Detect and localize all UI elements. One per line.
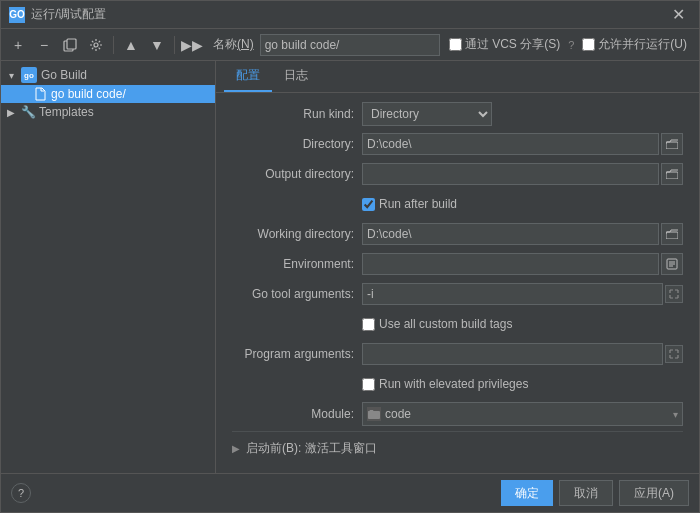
directory-row: Directory: bbox=[232, 131, 683, 157]
environment-input[interactable] bbox=[362, 253, 659, 275]
build-tags-value: Use all custom build tags bbox=[362, 317, 683, 331]
module-dropdown[interactable]: code ▾ bbox=[362, 402, 683, 426]
go-build-code-label: go build code/ bbox=[51, 87, 126, 101]
build-tags-checkbox-label[interactable]: Use all custom build tags bbox=[362, 317, 512, 331]
main-area: ▾ go Go Build go build code/ ▶ 🔧 Templat… bbox=[1, 61, 699, 473]
module-dropdown-arrow: ▾ bbox=[673, 409, 678, 420]
svg-rect-4 bbox=[666, 172, 678, 179]
environment-row: Environment: bbox=[232, 251, 683, 277]
tab-logs[interactable]: 日志 bbox=[272, 61, 320, 92]
before-launch-arrow: ▶ bbox=[232, 443, 240, 454]
svg-point-2 bbox=[94, 43, 98, 47]
build-tags-row: Use all custom build tags bbox=[232, 311, 683, 337]
apply-button[interactable]: 应用(A) bbox=[619, 480, 689, 506]
svg-rect-1 bbox=[67, 39, 76, 49]
sidebar: ▾ go Go Build go build code/ ▶ 🔧 Templat… bbox=[1, 61, 216, 473]
directory-value bbox=[362, 133, 683, 155]
name-row: 名称(N) bbox=[207, 34, 445, 56]
run-kind-label: Run kind: bbox=[232, 107, 362, 121]
output-directory-browse-button[interactable] bbox=[661, 163, 683, 185]
working-directory-row: Working directory: bbox=[232, 221, 683, 247]
close-button[interactable]: ✕ bbox=[666, 3, 691, 26]
run-after-build-label: Run after build bbox=[379, 197, 457, 211]
tree-item-templates[interactable]: ▶ 🔧 Templates bbox=[1, 103, 215, 121]
run-after-build-checkbox-label[interactable]: Run after build bbox=[362, 197, 457, 211]
program-args-label: Program arguments: bbox=[232, 347, 362, 361]
svg-rect-3 bbox=[666, 142, 678, 149]
move-down-button[interactable]: ▼ bbox=[146, 34, 168, 56]
elevated-privileges-checkbox[interactable] bbox=[362, 378, 375, 391]
elevated-privileges-row: Run with elevated privileges bbox=[232, 371, 683, 397]
working-directory-browse-button[interactable] bbox=[661, 223, 683, 245]
program-args-input[interactable] bbox=[362, 343, 663, 365]
environment-edit-button[interactable] bbox=[661, 253, 683, 275]
go-build-label: Go Build bbox=[41, 68, 87, 82]
program-args-value bbox=[362, 343, 683, 365]
content-area: 配置 日志 Run kind: Directory File Package bbox=[216, 61, 699, 473]
elevated-privileges-value: Run with elevated privileges bbox=[362, 377, 683, 391]
settings-config-button[interactable] bbox=[85, 34, 107, 56]
templates-label: Templates bbox=[39, 105, 94, 119]
tabs: 配置 日志 bbox=[216, 61, 699, 93]
parallel-run-label: 允许并行运行(U) bbox=[598, 36, 687, 53]
elevated-privileges-checkbox-label[interactable]: Run with elevated privileges bbox=[362, 377, 528, 391]
program-args-expand-button[interactable] bbox=[665, 345, 683, 363]
working-directory-input[interactable] bbox=[362, 223, 659, 245]
svg-rect-10 bbox=[368, 411, 380, 419]
tree-item-go-build[interactable]: ▾ go Go Build bbox=[1, 65, 215, 85]
go-file-icon bbox=[33, 87, 47, 101]
ok-button[interactable]: 确定 bbox=[501, 480, 553, 506]
tree-item-go-build-code[interactable]: go build code/ bbox=[1, 85, 215, 103]
directory-input[interactable] bbox=[362, 133, 659, 155]
build-tags-label: Use all custom build tags bbox=[379, 317, 512, 331]
module-folder-icon bbox=[367, 407, 381, 421]
environment-label: Environment: bbox=[232, 257, 362, 271]
vcs-share-label: 通过 VCS 分享(S) bbox=[465, 36, 560, 53]
run-after-build-checkbox[interactable] bbox=[362, 198, 375, 211]
go-icon: GO bbox=[9, 7, 25, 23]
tab-config[interactable]: 配置 bbox=[224, 61, 272, 92]
go-tool-args-label: Go tool arguments: bbox=[232, 287, 362, 301]
output-directory-value bbox=[362, 163, 683, 185]
move-up-button[interactable]: ▲ bbox=[120, 34, 142, 56]
remove-config-button[interactable]: − bbox=[33, 34, 55, 56]
go-tool-args-input[interactable] bbox=[362, 283, 663, 305]
module-value-text: code bbox=[385, 407, 411, 421]
module-value: code ▾ bbox=[362, 402, 683, 426]
name-label: 名称(N) bbox=[213, 36, 254, 53]
more-button[interactable]: ▶▶ bbox=[181, 34, 203, 56]
run-kind-select[interactable]: Directory File Package bbox=[362, 102, 492, 126]
module-row: Module: code ▾ bbox=[232, 401, 683, 427]
copy-config-button[interactable] bbox=[59, 34, 81, 56]
title-bar: GO 运行/调试配置 ✕ bbox=[1, 1, 699, 29]
config-name-input[interactable] bbox=[260, 34, 440, 56]
templates-icon: 🔧 bbox=[21, 105, 35, 119]
cancel-button[interactable]: 取消 bbox=[559, 480, 613, 506]
program-args-row: Program arguments: bbox=[232, 341, 683, 367]
toolbar: + − ▲ ▼ ▶▶ 名称(N) 通过 VCS 分享(S) bbox=[1, 29, 699, 61]
output-directory-row: Output directory: bbox=[232, 161, 683, 187]
run-after-build-value: Run after build bbox=[362, 197, 683, 211]
parallel-run-checkbox-label[interactable]: 允许并行运行(U) bbox=[582, 36, 687, 53]
environment-value bbox=[362, 253, 683, 275]
output-directory-input[interactable] bbox=[362, 163, 659, 185]
working-directory-label: Working directory: bbox=[232, 227, 362, 241]
directory-browse-button[interactable] bbox=[661, 133, 683, 155]
vcs-share-checkbox[interactable] bbox=[449, 38, 462, 51]
output-directory-label: Output directory: bbox=[232, 167, 362, 181]
add-config-button[interactable]: + bbox=[7, 34, 29, 56]
run-kind-row: Run kind: Directory File Package bbox=[232, 101, 683, 127]
before-launch-section[interactable]: ▶ 启动前(B): 激活工具窗口 bbox=[232, 431, 683, 461]
run-kind-value: Directory File Package bbox=[362, 102, 683, 126]
parallel-run-checkbox[interactable] bbox=[582, 38, 595, 51]
config-content: Run kind: Directory File Package Directo… bbox=[216, 93, 699, 473]
toolbar-separator-1 bbox=[113, 36, 114, 54]
footer: ? 确定 取消 应用(A) bbox=[1, 473, 699, 512]
go-tool-args-value bbox=[362, 283, 683, 305]
go-tool-args-expand-button[interactable] bbox=[665, 285, 683, 303]
run-after-build-row: Run after build bbox=[232, 191, 683, 217]
vcs-share-checkbox-label[interactable]: 通过 VCS 分享(S) bbox=[449, 36, 560, 53]
build-tags-checkbox[interactable] bbox=[362, 318, 375, 331]
vcs-help-icon: ? bbox=[568, 39, 574, 51]
help-button[interactable]: ? bbox=[11, 483, 31, 503]
